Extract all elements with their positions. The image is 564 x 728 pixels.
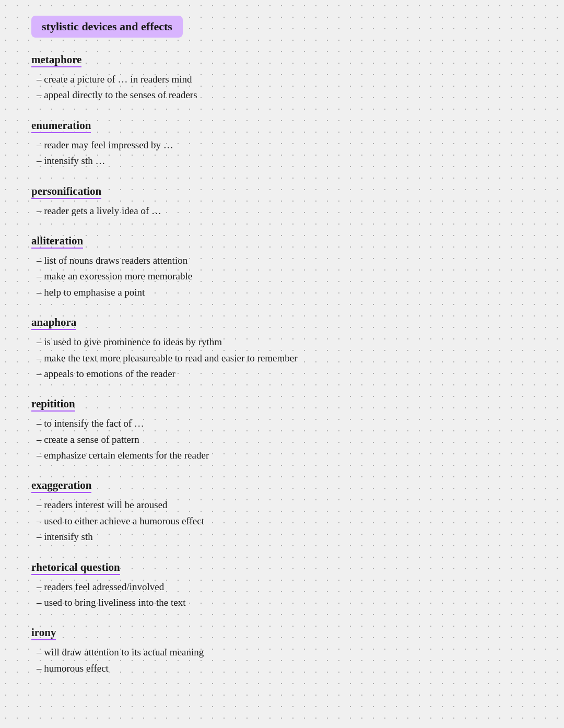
section-title-anaphora: anaphora [31,316,76,330]
list-item: intensify sth [31,529,533,545]
list-item: appeals to emotions of the reader [31,366,533,382]
list-item: used to bring liveliness into the text [31,595,533,610]
list-item: reader gets a lively idea of … [31,203,533,219]
list-item: reader may feel impressed by … [31,137,533,153]
list-item: emphasize certain elements for the reade… [31,448,533,463]
section-items-irony: will draw attention to its actual meanin… [31,644,533,676]
list-item: will draw attention to its actual meanin… [31,644,533,660]
section-items-metaphore: create a picture of … in readers mindapp… [31,72,533,103]
section-title-metaphore: metaphore [31,53,81,67]
list-item: create a picture of … in readers mind [31,72,533,87]
page: stylistic devices and effects metaphorec… [0,0,564,723]
list-item: list of nouns draws readers attention [31,253,533,268]
section-items-rhetorical-question: readers feel adressed/involvedused to br… [31,579,533,611]
list-item: is used to give prominence to ideas by r… [31,334,533,350]
section-enumeration: enumerationreader may feel impressed by … [31,119,533,169]
list-item: help to emphasise a point [31,285,533,300]
list-item: create a sense of pattern [31,432,533,448]
list-item: make the text more pleasureable to read … [31,350,533,366]
section-items-enumeration: reader may feel impressed by …intensify … [31,137,533,169]
section-items-anaphora: is used to give prominence to ideas by r… [31,334,533,382]
list-item: readers interest will be aroused [31,497,533,513]
section-anaphora: anaphora is used to give prominence to i… [31,316,533,382]
section-items-exaggeration: readers interest will be arousedused to … [31,497,533,545]
list-item: used to either achieve a humorous effect [31,513,533,529]
section-title-rhetorical-question: rhetorical question [31,561,120,575]
section-personification: personificationreader gets a lively idea… [31,185,533,219]
list-item: to intensify the fact of … [31,416,533,431]
list-item: humorous effect [31,661,533,676]
section-title-repitition: repitition [31,397,75,412]
section-items-alliteration: list of nouns draws readers attentionmak… [31,253,533,300]
sections-container: metaphorecreate a picture of … in reader… [31,53,533,676]
section-irony: ironywill draw attention to its actual m… [31,626,533,676]
list-item: readers feel adressed/involved [31,579,533,595]
section-items-repitition: to intensify the fact of …create a sense… [31,416,533,463]
section-repitition: repititionto intensify the fact of …crea… [31,397,533,463]
section-metaphore: metaphorecreate a picture of … in reader… [31,53,533,103]
page-title: stylistic devices and effects [31,16,183,38]
section-title-irony: irony [31,626,56,640]
list-item: make an exoression more memorable [31,268,533,284]
section-items-personification: reader gets a lively idea of … [31,203,533,219]
list-item: intensify sth … [31,153,533,169]
section-title-exaggeration: exaggeration [31,479,91,493]
section-exaggeration: exaggerationreaders interest will be aro… [31,479,533,545]
section-title-personification: personification [31,185,101,199]
list-item: appeal directly to the senses of readers [31,87,533,103]
section-title-alliteration: alliteration [31,234,83,249]
section-rhetorical-question: rhetorical questionreaders feel adressed… [31,561,533,611]
section-title-enumeration: enumeration [31,119,91,133]
section-alliteration: alliterationlist of nouns draws readers … [31,234,533,300]
